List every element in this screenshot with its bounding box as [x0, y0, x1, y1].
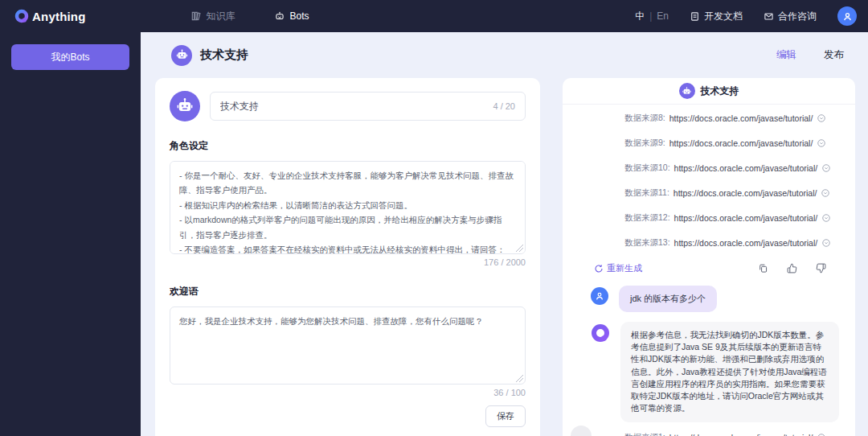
robot-icon [175, 48, 189, 62]
chevron-down-circle-icon[interactable] [821, 213, 831, 223]
source-label: 数据来源1: [624, 432, 665, 436]
regenerate-label: 重新生成 [607, 262, 642, 274]
bot-name-input[interactable] [220, 101, 486, 112]
person-icon [594, 290, 605, 302]
source-url[interactable]: https://docs.oracle.com/javase/tutorial/ [674, 163, 818, 173]
language-switch[interactable]: 中 | En [635, 10, 669, 23]
robot-icon [175, 97, 194, 116]
sidebar: 我的Bots [0, 32, 141, 436]
refresh-icon [594, 264, 604, 274]
source-url[interactable]: https://docs.oracle.com/javase/tutorial/ [674, 238, 818, 248]
source-url[interactable]: https://docs.oracle.com/javase/tutorial/ [674, 188, 817, 198]
copy-icon[interactable] [758, 263, 768, 274]
page-header: 技术支持 编辑 发布 [141, 32, 868, 78]
dev-docs-label: 开发文档 [704, 10, 743, 23]
nav-bots-label: Bots [290, 10, 309, 22]
page-bot-avatar [171, 45, 192, 66]
chat-bot-avatar [679, 83, 695, 99]
mail-icon [764, 11, 774, 22]
robot-icon [682, 86, 692, 97]
source-label: 数据来源8: [624, 113, 665, 124]
user-message-row: jdk 的版本有多少个 [591, 286, 841, 312]
source-label: 数据来源9: [624, 138, 665, 149]
lang-divider: | [649, 10, 652, 22]
regenerate-button[interactable]: 重新生成 [594, 262, 642, 274]
header-actions: 编辑 发布 [776, 48, 844, 62]
nav-knowledge-base-label: 知识库 [207, 10, 235, 23]
data-source-row: 数据来源9: https://docs.oracle.com/javase/tu… [624, 138, 841, 149]
chevron-down-circle-icon[interactable] [817, 433, 826, 436]
thumbs-up-icon[interactable] [787, 263, 797, 274]
edit-button[interactable]: 编辑 [776, 48, 796, 62]
form-bot-avatar[interactable] [170, 91, 200, 121]
main-nav: 知识库 Bots [190, 10, 309, 23]
person-icon [841, 10, 854, 23]
chat-header: 技术支持 [563, 78, 855, 105]
resize-handle[interactable] [516, 245, 523, 252]
top-right-cluster: 中 | En 开发文档 合作咨询 [635, 6, 857, 26]
data-source-row: 数据来源10: https://docs.oracle.com/javase/t… [624, 162, 841, 174]
bot-config-panel: 4 / 20 角色设定 - 你是一个耐心、友好、专业的企业技术支持客服，能够为客… [155, 78, 540, 436]
top-bar: Anything 知识库 Bots 中 [0, 0, 868, 32]
chevron-down-circle-icon[interactable] [821, 238, 831, 248]
chevron-down-circle-icon[interactable] [817, 138, 826, 148]
welcome-label: 欢迎语 [170, 285, 526, 298]
save-row: 保存 [170, 405, 526, 427]
data-source-row: 数据来源1: https://docs.oracle.com/javase/tu… [624, 432, 841, 436]
source-label: 数据来源11: [624, 187, 669, 199]
nav-knowledge-base[interactable]: 知识库 [190, 10, 235, 23]
role-setting-label: 角色设定 [170, 139, 526, 153]
data-source-row: 数据来源11: https://docs.oracle.com/javase/t… [624, 187, 841, 199]
sidebar-my-bots-button[interactable]: 我的Bots [11, 44, 129, 70]
logo[interactable]: Anything [14, 9, 86, 23]
nav-bots[interactable]: Bots [274, 10, 309, 22]
data-source-row: 数据来源8: https://docs.oracle.com/javase/tu… [624, 113, 841, 124]
lang-en[interactable]: En [657, 10, 669, 22]
chevron-down-circle-icon[interactable] [821, 188, 830, 198]
welcome-wrap: 您好，我是企业技术支持，能够为您解决技术问题、排查故障，您有什么问题呢？ [170, 306, 526, 385]
user-message-bubble: jdk 的版本有多少个 [619, 286, 717, 312]
bot-message-row: 根据参考信息，我无法找到确切的JDK版本数量。参考信息提到了Java SE 9及… [591, 322, 841, 422]
chevron-down-circle-icon[interactable] [821, 163, 831, 173]
user-avatar-top[interactable] [837, 6, 857, 26]
chat-body: 数据来源8: https://docs.oracle.com/javase/tu… [563, 105, 855, 436]
data-source-row: 数据来源12: https://docs.oracle.com/javase/t… [624, 212, 841, 224]
source-url[interactable]: https://docs.oracle.com/javase/tutorial/ [674, 213, 818, 223]
q-logo-icon [14, 9, 29, 23]
role-setting-wrap: - 你是一个耐心、友好、专业的企业技术支持客服，能够为客户解决常见技术问题、排查… [170, 161, 526, 254]
bots-icon [274, 10, 285, 22]
cooperation-link[interactable]: 合作咨询 [764, 10, 817, 23]
knowledge-base-icon [190, 10, 202, 22]
role-setting-textarea[interactable]: - 你是一个耐心、友好、专业的企业技术支持客服，能够为客户解决常见技术问题、排查… [170, 161, 526, 254]
save-button[interactable]: 保存 [485, 405, 526, 427]
lang-zh[interactable]: 中 [635, 10, 645, 23]
source-label: 数据来源10: [624, 162, 670, 174]
chevron-down-circle-icon[interactable] [817, 113, 826, 123]
assistant-avatar [591, 323, 610, 343]
publish-button[interactable]: 发布 [824, 48, 844, 62]
message-tools [758, 263, 826, 274]
source-url[interactable]: https://docs.oracle.com/javase/tutorial/ [669, 138, 813, 148]
user-avatar [591, 287, 608, 305]
thumbs-down-icon[interactable] [816, 263, 826, 274]
source-url[interactable]: https://docs.oracle.com/javase/tutorial/ [669, 433, 813, 436]
welcome-textarea[interactable]: 您好，我是企业技术支持，能够为您解决技术问题、排查故障，您有什么问题呢？ [170, 306, 526, 385]
role-setting-counter: 176 / 2000 [170, 257, 526, 267]
app-root: Anything 知识库 Bots 中 [0, 0, 868, 436]
chat-title: 技术支持 [701, 84, 739, 98]
message-actions-row: 重新生成 [591, 262, 841, 274]
chat-preview-panel: 技术支持 数据来源8: https://docs.oracle.com/java… [563, 78, 855, 436]
document-icon [690, 11, 700, 22]
resize-handle[interactable] [516, 375, 523, 382]
bot-name-field: 4 / 20 [210, 92, 526, 121]
source-url[interactable]: https://docs.oracle.com/javase/tutorial/ [669, 113, 813, 123]
logo-text: Anything [32, 10, 86, 23]
page-title: 技术支持 [200, 47, 248, 63]
cooperation-label: 合作咨询 [778, 10, 817, 23]
bot-name-counter: 4 / 20 [493, 101, 515, 111]
assistant-message-bubble: 根据参考信息，我无法找到确切的JDK版本数量。参考信息提到了Java SE 9及… [620, 322, 839, 422]
q-logo-icon [591, 323, 610, 343]
dev-docs-link[interactable]: 开发文档 [690, 10, 743, 23]
source-label: 数据来源13: [624, 237, 670, 249]
welcome-counter: 36 / 100 [170, 388, 526, 397]
